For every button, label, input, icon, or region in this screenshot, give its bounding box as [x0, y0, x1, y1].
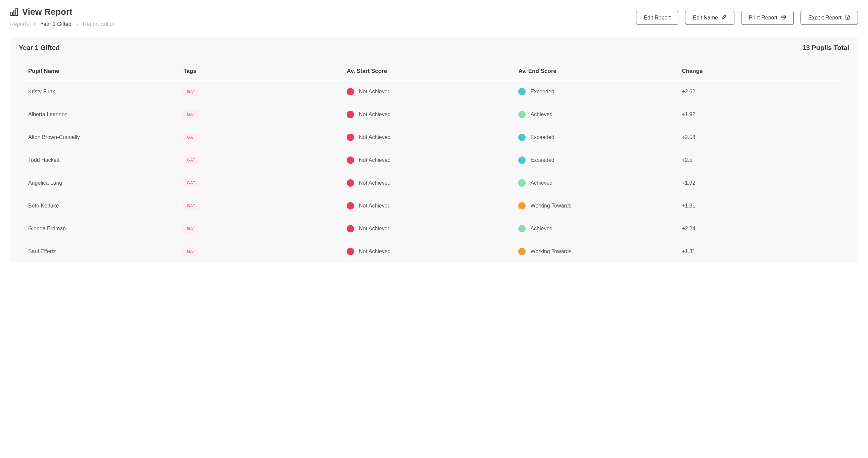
- table-row[interactable]: Angelica LangGATNot AchievedAchieved+1.9…: [26, 172, 842, 194]
- start-score-cell: Not Achieved: [344, 172, 516, 194]
- button-label: Print Report: [749, 15, 777, 21]
- end-score-cell: Exceeded: [516, 149, 679, 172]
- pupil-name-cell: Angelica Lang: [26, 172, 181, 194]
- tags-cell: GAT: [181, 194, 344, 217]
- end-score-cell: Exceeded: [516, 126, 679, 149]
- status-dot-icon: [347, 202, 354, 210]
- col-header-tags[interactable]: Tags: [181, 64, 344, 80]
- end-score-label: Working Towards: [530, 248, 571, 254]
- change-cell: +1.31: [679, 240, 842, 263]
- table-row[interactable]: Kristy FunkGATNot AchievedExceeded+2.62: [26, 80, 842, 103]
- table-wrap: Pupil Name Tags Av. Start Score Av. End …: [18, 64, 850, 263]
- breadcrumb-group[interactable]: Year 1 Gifted: [40, 21, 71, 27]
- end-score-cell: Working Towards: [516, 240, 679, 263]
- edit-name-button[interactable]: Edit Name: [685, 11, 735, 25]
- tags-cell: GAT: [181, 103, 344, 126]
- end-score-label: Achieved: [530, 112, 553, 118]
- col-header-name[interactable]: Pupil Name: [26, 64, 181, 80]
- table-row[interactable]: Glenda ErdmanGATNot AchievedAchieved+2.2…: [26, 217, 842, 240]
- start-score-label: Not Achieved: [359, 134, 391, 140]
- start-score-label: Not Achieved: [359, 157, 391, 163]
- pupil-name-cell: Glenda Erdman: [26, 217, 181, 240]
- tag-pill: GAT: [183, 156, 199, 164]
- title-row: View Report: [10, 7, 115, 17]
- table-row[interactable]: Todd HackettGATNot AchievedExceeded+2.5: [26, 149, 842, 172]
- start-score-cell: Not Achieved: [344, 103, 516, 126]
- tags-cell: GAT: [181, 126, 344, 149]
- panel-title: Year 1 Gifted: [19, 44, 60, 52]
- start-score-label: Not Achieved: [359, 248, 391, 254]
- table-row[interactable]: Beth KerlukeGATNot AchievedWorking Towar…: [26, 194, 842, 217]
- pupil-name-cell: Alton Brown-Connelly: [26, 126, 181, 149]
- tag-pill: GAT: [183, 179, 199, 187]
- status-dot-icon: [347, 179, 354, 187]
- table-row[interactable]: Alberta LeannonGATNot AchievedAchieved+1…: [26, 103, 842, 126]
- start-score-label: Not Achieved: [359, 112, 391, 118]
- status-dot-icon: [518, 179, 526, 187]
- status-dot-icon: [518, 156, 526, 164]
- status-dot-icon: [347, 88, 354, 95]
- button-label: Edit Name: [693, 15, 718, 21]
- table-header-row: Pupil Name Tags Av. Start Score Av. End …: [26, 64, 842, 80]
- print-report-button[interactable]: Print Report: [741, 11, 794, 25]
- printer-icon: [781, 14, 786, 21]
- tags-cell: GAT: [181, 80, 344, 103]
- end-score-cell: Achieved: [516, 172, 679, 194]
- start-score-label: Not Achieved: [359, 89, 391, 95]
- tag-pill: GAT: [183, 88, 199, 96]
- start-score-label: Not Achieved: [359, 226, 391, 232]
- chart-icon: [10, 8, 18, 16]
- start-score-cell: Not Achieved: [344, 126, 516, 149]
- chevron-right-icon: [75, 22, 79, 27]
- tags-cell: GAT: [181, 240, 344, 263]
- change-cell: +2.62: [679, 80, 842, 103]
- status-dot-icon: [347, 111, 354, 118]
- pupil-count: 13 Pupils Total: [802, 44, 849, 52]
- col-header-start[interactable]: Av. Start Score: [344, 64, 516, 80]
- breadcrumb-root[interactable]: Reports: [10, 21, 29, 27]
- status-dot-icon: [518, 248, 526, 255]
- start-score-cell: Not Achieved: [344, 80, 516, 103]
- change-cell: +2.5: [679, 149, 842, 172]
- tags-cell: GAT: [181, 172, 344, 194]
- status-dot-icon: [518, 88, 526, 95]
- end-score-label: Achieved: [530, 180, 553, 186]
- tags-cell: GAT: [181, 217, 344, 240]
- status-dot-icon: [518, 225, 526, 232]
- table-row[interactable]: Alton Brown-ConnellyGATNot AchievedExcee…: [26, 126, 842, 149]
- change-cell: +2.58: [679, 126, 842, 149]
- end-score-label: Exceeded: [530, 89, 554, 95]
- svg-rect-2: [16, 9, 18, 16]
- status-dot-icon: [518, 111, 526, 118]
- page-title: View Report: [22, 7, 72, 17]
- status-dot-icon: [347, 248, 354, 255]
- col-header-change[interactable]: Change: [679, 64, 842, 80]
- end-score-label: Exceeded: [530, 134, 554, 140]
- pupils-table: Pupil Name Tags Av. Start Score Av. End …: [26, 64, 842, 263]
- status-dot-icon: [347, 156, 354, 164]
- svg-rect-1: [13, 10, 15, 16]
- status-dot-icon: [518, 134, 526, 141]
- tag-pill: GAT: [183, 225, 199, 233]
- end-score-cell: Working Towards: [516, 194, 679, 217]
- end-score-cell: Exceeded: [516, 80, 679, 103]
- start-score-cell: Not Achieved: [344, 149, 516, 172]
- svg-rect-4: [782, 18, 785, 19]
- header-actions: Edit Report Edit Name Print Report Expor…: [636, 7, 858, 25]
- tag-pill: GAT: [183, 111, 199, 119]
- col-header-end[interactable]: Av. End Score: [516, 64, 679, 80]
- edit-report-button[interactable]: Edit Report: [636, 11, 678, 25]
- header-left: View Report Reports Year 1 Gifted Report…: [10, 7, 115, 27]
- start-score-cell: Not Achieved: [344, 240, 516, 263]
- table-row[interactable]: Saul EffertzGATNot AchievedWorking Towar…: [26, 240, 842, 263]
- export-report-button[interactable]: Export Report: [801, 11, 858, 25]
- start-score-label: Not Achieved: [359, 203, 391, 209]
- end-score-label: Achieved: [530, 226, 553, 232]
- chevron-right-icon: [33, 22, 36, 27]
- change-cell: +1.31: [679, 194, 842, 217]
- tag-pill: GAT: [183, 202, 199, 210]
- breadcrumb-leaf[interactable]: Report Editor: [83, 21, 115, 27]
- pupil-name-cell: Kristy Funk: [26, 80, 181, 103]
- status-dot-icon: [347, 225, 354, 232]
- pupil-name-cell: Alberta Leannon: [26, 103, 181, 126]
